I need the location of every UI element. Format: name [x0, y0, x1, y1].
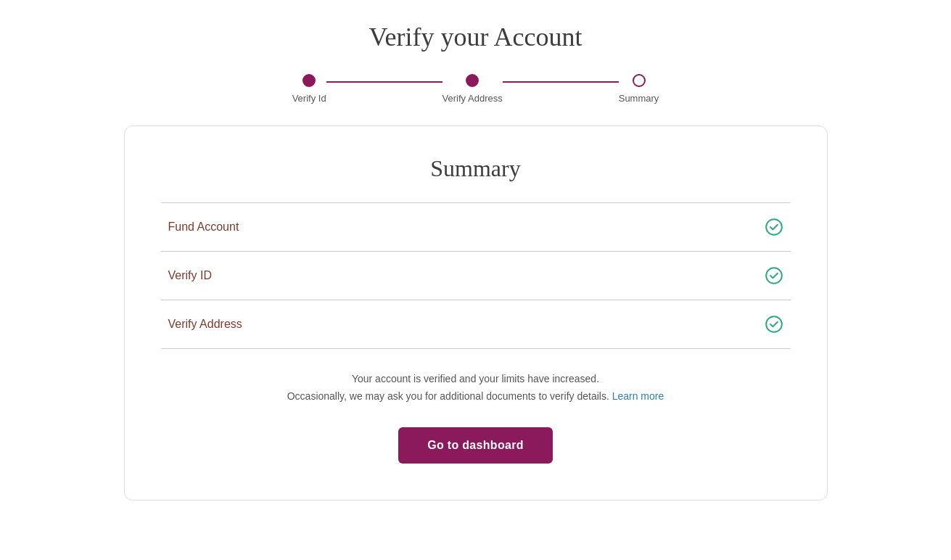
- verify-address-check-icon: [765, 315, 783, 334]
- card-title: Summary: [161, 155, 791, 182]
- summary-item-verify-address: Verify Address: [161, 300, 791, 348]
- step-verify-address: Verify Address: [442, 74, 503, 104]
- verify-id-label: Verify ID: [168, 269, 212, 282]
- step-circle-1: [302, 74, 316, 87]
- step-verify-id: Verify Id: [292, 74, 326, 104]
- step-circle-2: [466, 74, 479, 87]
- step-circle-3: [633, 74, 646, 87]
- fund-account-label: Fund Account: [168, 221, 239, 234]
- summary-item-verify-id: Verify ID: [161, 252, 791, 300]
- verify-id-check-icon: [765, 266, 783, 285]
- svg-point-2: [766, 316, 782, 332]
- info-line1: Your account is verified and your limits…: [161, 371, 791, 388]
- step-label-3: Summary: [619, 93, 659, 104]
- go-to-dashboard-button[interactable]: Go to dashboard: [398, 427, 553, 464]
- fund-account-check-icon: [765, 218, 783, 236]
- step-summary: Summary: [619, 74, 659, 104]
- svg-point-1: [766, 268, 782, 284]
- verify-address-label: Verify Address: [168, 318, 242, 331]
- stepper: Verify Id Verify Address Summary: [292, 74, 659, 104]
- step-label-1: Verify Id: [292, 93, 326, 104]
- info-text-block: Your account is verified and your limits…: [161, 371, 791, 405]
- info-line2: Occasionally, we may ask you for additio…: [161, 388, 791, 405]
- divider-3: [161, 348, 791, 349]
- step-line-2: [503, 81, 619, 83]
- page-title: Verify your Account: [369, 22, 582, 52]
- step-label-2: Verify Address: [442, 93, 503, 104]
- summary-card: Summary Fund Account Verify ID Verify Ad…: [124, 125, 828, 501]
- summary-item-fund-account: Fund Account: [161, 203, 791, 251]
- step-line-1: [326, 81, 442, 83]
- svg-point-0: [766, 219, 782, 235]
- learn-more-link[interactable]: Learn more: [612, 390, 664, 402]
